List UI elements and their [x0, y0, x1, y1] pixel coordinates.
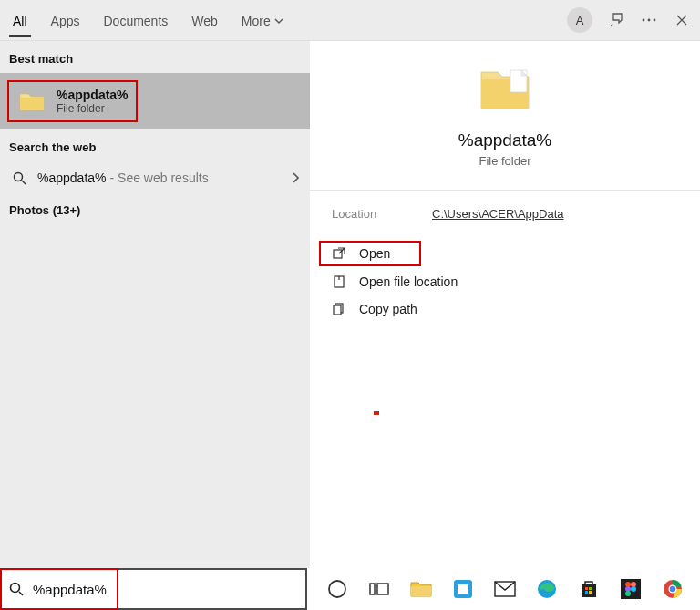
svg-rect-5 [334, 250, 342, 258]
web-query-label: %appdata% [37, 171, 107, 185]
open-location-button[interactable]: Open file location [319, 268, 691, 295]
large-folder-icon [478, 67, 532, 112]
explorer-icon[interactable] [409, 577, 433, 601]
chevron-down-icon [274, 18, 283, 24]
web-suffix-label: - See web results [110, 171, 209, 185]
edge-icon[interactable] [535, 577, 559, 601]
svg-rect-15 [458, 584, 468, 594]
tab-more[interactable]: More [238, 3, 287, 37]
svg-rect-13 [411, 586, 431, 596]
feedback-icon[interactable] [607, 11, 625, 29]
copy-icon [332, 303, 346, 315]
task-view-icon[interactable] [367, 577, 391, 601]
best-match-item[interactable]: %appdata% File folder [0, 73, 310, 129]
open-location-icon [332, 275, 346, 288]
microsoft-store-icon[interactable] [577, 577, 601, 601]
user-avatar[interactable]: A [567, 7, 592, 33]
figma-icon[interactable] [619, 577, 643, 601]
svg-point-0 [643, 19, 645, 22]
svg-rect-11 [370, 584, 375, 594]
open-location-label: Open file location [359, 274, 458, 289]
result-title: %appdata% [57, 88, 129, 102]
result-type: File folder [57, 102, 129, 115]
tab-web[interactable]: Web [188, 3, 221, 37]
location-label: Location [332, 207, 432, 221]
open-icon [332, 247, 346, 260]
annotation-dot [374, 411, 379, 415]
folder-icon [16, 88, 47, 114]
svg-point-1 [648, 19, 651, 22]
svg-point-9 [11, 584, 20, 593]
detail-title: %appdata% [458, 130, 551, 150]
mail-icon[interactable] [493, 577, 517, 601]
svg-point-2 [654, 19, 656, 22]
svg-point-31 [670, 586, 676, 593]
svg-rect-20 [589, 587, 592, 590]
svg-rect-12 [377, 584, 388, 594]
tab-all[interactable]: All [9, 3, 31, 37]
svg-point-27 [631, 586, 636, 592]
photos-heading: Photos (13+) [0, 194, 310, 226]
filter-tabs: All Apps Documents Web More [9, 3, 287, 37]
location-row: Location C:\Users\ACER\AppData [310, 191, 700, 237]
detail-pane: %appdata% File folder Location C:\Users\… [310, 41, 700, 568]
svg-rect-22 [589, 591, 592, 594]
best-match-heading: Best match [0, 41, 310, 73]
open-button[interactable]: Open [319, 241, 421, 266]
tab-documents[interactable]: Documents [99, 3, 171, 37]
more-options-icon[interactable] [640, 11, 658, 29]
svg-point-3 [15, 172, 23, 181]
detail-type: File folder [479, 154, 530, 168]
tab-more-label: More [242, 14, 271, 28]
taskbar [310, 568, 700, 610]
search-icon [13, 171, 26, 185]
search-box[interactable] [0, 568, 307, 610]
location-value[interactable]: C:\Users\ACER\AppData [432, 207, 564, 221]
results-pane: Best match %appdata% File folder Search … [0, 41, 310, 568]
cortana-icon[interactable] [325, 577, 349, 601]
tab-apps[interactable]: Apps [47, 3, 84, 37]
web-result-item[interactable]: %appdata% - See web results [0, 161, 310, 194]
search-bar-area [0, 568, 307, 610]
svg-rect-21 [585, 591, 588, 594]
svg-rect-8 [334, 305, 341, 315]
search-header: All Apps Documents Web More A [0, 0, 700, 41]
svg-rect-19 [585, 587, 588, 590]
header-actions: A [567, 7, 691, 33]
close-icon[interactable] [673, 11, 691, 29]
open-label: Open [359, 246, 390, 261]
svg-point-10 [329, 581, 345, 597]
search-input[interactable] [31, 581, 298, 598]
copy-path-button[interactable]: Copy path [319, 295, 691, 323]
search-icon [9, 582, 24, 596]
svg-point-28 [625, 591, 631, 596]
search-web-heading: Search the web [0, 129, 310, 161]
copy-path-label: Copy path [359, 302, 417, 316]
store-app-icon[interactable] [451, 577, 475, 601]
chrome-icon[interactable] [661, 577, 685, 601]
chevron-right-icon [292, 172, 299, 183]
